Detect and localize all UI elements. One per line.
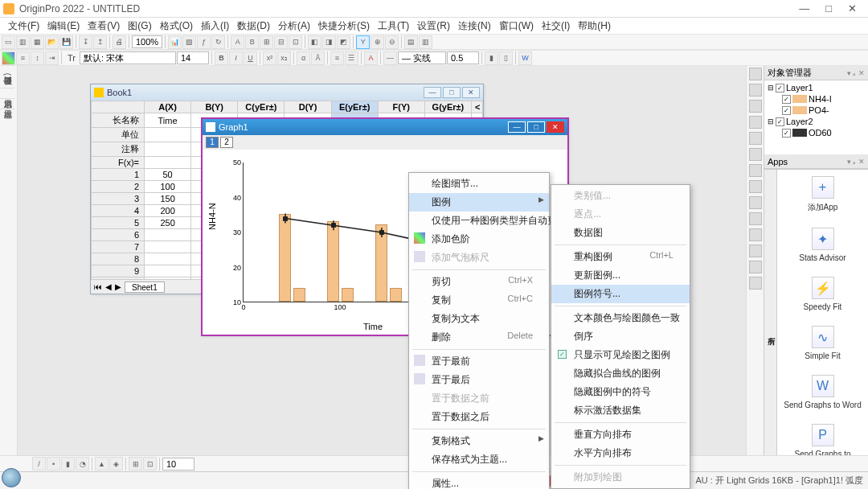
- graph1-max-button[interactable]: □: [527, 121, 545, 133]
- maximize-button[interactable]: □: [825, 2, 832, 14]
- col-header[interactable]: C(yEr±): [238, 101, 285, 113]
- menu-item[interactable]: 帮助(H): [575, 18, 614, 35]
- menu-item[interactable]: 连接(N): [455, 18, 494, 35]
- book1-max-button[interactable]: □: [443, 87, 461, 98]
- open-icon[interactable]: 📂: [45, 35, 59, 49]
- col-header[interactable]: F(Y): [378, 101, 424, 113]
- row-number[interactable]: 5: [92, 217, 145, 229]
- fx-icon[interactable]: ƒ: [197, 35, 211, 49]
- col-header[interactable]: E(yEr±): [331, 101, 378, 113]
- magnifier-icon[interactable]: [2, 468, 21, 487]
- row-number[interactable]: 6: [92, 229, 145, 241]
- tool-l-icon[interactable]: ▥: [419, 35, 432, 49]
- object-manager-tree[interactable]: ⊟✓Layer1✓NH4-I✓PO4-⊟✓Layer2✓OD60: [764, 80, 868, 154]
- menu-item[interactable]: 复制格式: [409, 432, 549, 450]
- tool-g-icon[interactable]: ◨: [322, 35, 336, 49]
- menu-item[interactable]: 编辑(E): [44, 18, 83, 35]
- menu-item[interactable]: 置于最后: [409, 371, 549, 389]
- cell[interactable]: Time: [145, 113, 191, 128]
- plot-scatter-icon[interactable]: •: [47, 457, 60, 471]
- menu-item[interactable]: 添加色阶: [409, 230, 549, 249]
- rail-icon[interactable]: [749, 132, 762, 145]
- text-a-icon[interactable]: Å: [311, 51, 325, 65]
- menu-item[interactable]: 格式(O): [157, 18, 196, 35]
- context-menu-main[interactable]: 绘图细节...图例仅使用一种图例类型并自动更新添加色阶添加气泡标尺剪切Ctrl+…: [408, 172, 550, 489]
- w-icon[interactable]: W: [518, 51, 532, 65]
- bottom-combo[interactable]: 10: [162, 458, 194, 471]
- menu-item[interactable]: 隐藏拟合曲线的图例: [551, 364, 690, 383]
- tree-plot-node[interactable]: ✓NH4-I: [766, 93, 866, 105]
- new-graph-icon[interactable]: ▦: [31, 35, 44, 49]
- line-style-combo[interactable]: — 实线: [398, 51, 446, 64]
- align-center-icon[interactable]: ☰: [345, 51, 358, 65]
- col-header[interactable]: A(X): [145, 101, 191, 113]
- plot-3d-icon[interactable]: ◈: [109, 457, 123, 471]
- plot-bar-icon[interactable]: ▮: [61, 457, 75, 471]
- layer-icon[interactable]: ▧: [182, 35, 196, 49]
- fill-icon[interactable]: ▮: [485, 51, 498, 65]
- row-number[interactable]: 4: [92, 205, 145, 217]
- menu-item[interactable]: 工具(T): [375, 18, 412, 35]
- left-tab[interactable]: 提示日志: [0, 99, 14, 109]
- left-tab[interactable]: 项目管理器 (1): [0, 66, 14, 88]
- book1-min-button[interactable]: —: [424, 87, 441, 98]
- book1-close-button[interactable]: ✕: [462, 87, 480, 98]
- menu-item[interactable]: 插入(I): [198, 18, 232, 35]
- book1-titlebar[interactable]: Book1 — □ ✕: [91, 84, 483, 101]
- app-item[interactable]: ✦Stats Advisor: [777, 221, 868, 270]
- sheet-nav-prev-icon[interactable]: ◀: [105, 282, 112, 291]
- menu-item[interactable]: 仅使用一种图例类型并自动更新: [409, 212, 549, 230]
- app-item[interactable]: ⚡Speedy Fit: [777, 270, 868, 319]
- layer-tab-2[interactable]: 2: [220, 137, 233, 148]
- menu-item[interactable]: 图(G): [125, 18, 154, 35]
- rail-icon[interactable]: [749, 180, 762, 193]
- menu-item[interactable]: 只显示可见绘图之图例✓: [551, 346, 690, 364]
- tool-j-icon[interactable]: ⊖: [385, 35, 399, 49]
- panel-pin-icon[interactable]: ▾ ₐ ✕: [847, 158, 865, 166]
- tool-a-icon[interactable]: A: [231, 35, 244, 49]
- plot-col-icon[interactable]: ⊞: [129, 457, 142, 471]
- menu-item[interactable]: 窗口(W): [496, 18, 537, 35]
- greek-icon[interactable]: α: [297, 51, 310, 65]
- tool-h-icon[interactable]: ◩: [337, 35, 350, 49]
- tool-b-icon[interactable]: B: [245, 35, 259, 49]
- plot-pie-icon[interactable]: ◔: [76, 457, 89, 471]
- menu-item[interactable]: 更新图例...: [551, 266, 690, 285]
- cell[interactable]: [145, 229, 191, 241]
- font-size-combo[interactable]: 14: [177, 51, 209, 64]
- export-icon[interactable]: ↥: [93, 35, 107, 49]
- rail-icon[interactable]: [749, 116, 762, 129]
- menu-item[interactable]: 社交(I): [538, 18, 573, 35]
- align-left-icon[interactable]: ≡: [330, 51, 344, 65]
- line-width-combo[interactable]: 0.5: [447, 51, 479, 64]
- menu-item[interactable]: 垂直方向排布: [551, 425, 690, 444]
- superscript-icon[interactable]: x²: [263, 51, 276, 65]
- menu-bar[interactable]: 文件(F)编辑(E)查看(V)图(G)格式(O)插入(I)数据(D)分析(A)快…: [0, 18, 868, 34]
- menu-item[interactable]: 文本颜色与绘图颜色一致: [551, 309, 690, 327]
- sheet-tab[interactable]: Sheet1: [125, 281, 165, 293]
- tool-i-icon[interactable]: ⊕: [371, 35, 384, 49]
- col-header[interactable]: G(yEr±): [424, 101, 471, 113]
- graph1-close-button[interactable]: ✕: [547, 121, 564, 133]
- rail-icon[interactable]: [749, 84, 762, 97]
- menu-item[interactable]: 文件(F): [5, 18, 43, 35]
- cell[interactable]: 250: [145, 217, 191, 229]
- recalc-icon[interactable]: ↻: [211, 35, 225, 49]
- panel-pin-icon[interactable]: ▾ ₐ ✕: [847, 69, 865, 77]
- font-color-icon[interactable]: A: [364, 51, 378, 65]
- cell[interactable]: 200: [145, 205, 191, 217]
- line-style-icon[interactable]: —: [383, 51, 397, 65]
- row-number[interactable]: 3: [92, 193, 145, 205]
- cell[interactable]: [145, 157, 191, 169]
- checkbox-icon[interactable]: ✓: [776, 117, 784, 126]
- rail-icon[interactable]: [749, 261, 762, 273]
- row-number[interactable]: 7: [92, 241, 145, 253]
- layer-tabs[interactable]: 1 2: [203, 135, 567, 150]
- bold-icon[interactable]: B: [215, 51, 228, 65]
- chart-icon[interactable]: 📊: [168, 35, 182, 49]
- italic-icon[interactable]: I: [229, 51, 243, 65]
- row-number[interactable]: 9: [92, 265, 145, 277]
- menu-item[interactable]: 标示激活数据集: [551, 401, 690, 420]
- checkbox-icon[interactable]: ✓: [776, 84, 784, 92]
- left-tab[interactable]: 消息日志: [0, 88, 14, 99]
